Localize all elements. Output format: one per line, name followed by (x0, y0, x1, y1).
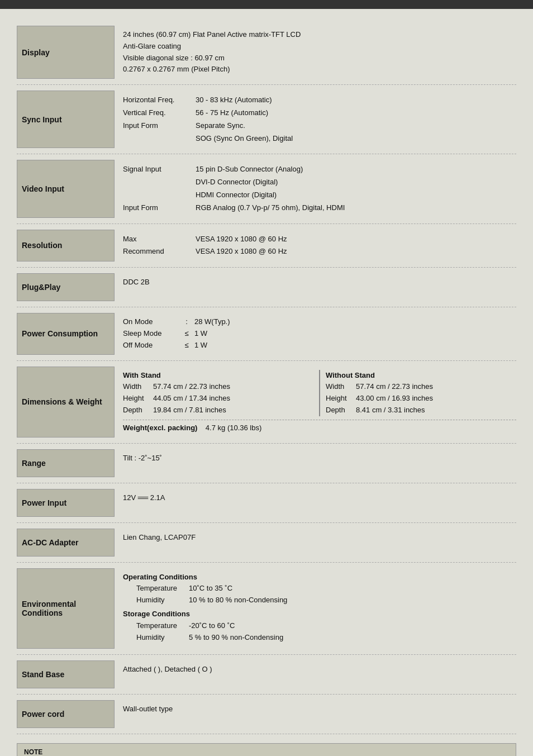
table-row: Signal Input15 pin D-Sub Connector (Anal… (123, 163, 516, 176)
spec-value-video-input: Signal Input15 pin D-Sub Connector (Anal… (123, 160, 516, 217)
spec-label-power-cord: Power cord (17, 700, 115, 728)
spec-value-stand-base: Attached ( ), Detached ( O ) (123, 660, 516, 688)
table-row: Input FormSeparate Sync. (123, 120, 516, 132)
table-row: MaxVESA 1920 x 1080 @ 60 Hz (123, 233, 516, 246)
env-row: Temperature-20˚C to 60 ˚C (136, 620, 516, 632)
spec-label-power-consumption: Power Consumption (17, 313, 115, 354)
spec-row-resolution: ResolutionMaxVESA 1920 x 1080 @ 60 HzRec… (17, 224, 516, 268)
with-stand-col: With StandWidth57.74 cm / 22.73 inchesHe… (123, 370, 313, 416)
spec-label-plug-play: Plug&Play (17, 273, 115, 301)
spec-row-dimensions-weight: Dimensions & WeightWith StandWidth57.74 … (17, 361, 516, 444)
note-box: NOTE ■Information in this document is su… (17, 743, 516, 756)
page-header (0, 0, 533, 9)
env-row: Humidity5 % to 90 % non-Condensing (136, 632, 516, 644)
spec-line: Attached ( ), Detached ( O ) (123, 664, 516, 676)
spec-row-video-input: Video InputSignal Input15 pin D-Sub Conn… (17, 154, 516, 224)
spec-row-plug-play: Plug&PlayDDC 2B (17, 268, 516, 307)
table-row: RecommendVESA 1920 x 1080 @ 60 Hz (123, 245, 516, 258)
spec-label-sync-input: Sync Input (17, 91, 115, 148)
spec-line: Wall-outlet type (123, 703, 516, 715)
dim-row: Height43.00 cm / 16.93 inches (326, 393, 516, 405)
spec-value-power-cord: Wall-outlet type (123, 700, 516, 728)
spec-value-power-consumption: On Mode:28 W(Typ.)Sleep Mode≤1 WOff Mode… (123, 313, 516, 354)
spec-line: Anti-Glare coating (123, 41, 516, 53)
env-row: Humidity10 % to 80 % non-Condensing (136, 595, 516, 606)
power-row: On Mode:28 W(Typ.) (123, 316, 516, 328)
power-row: Off Mode≤1 W (123, 340, 516, 351)
env-row: Temperature10˚C to 35 ˚C (136, 583, 516, 595)
spec-line: 24 inches (60.97 cm) Flat Panel Active m… (123, 29, 516, 41)
spec-value-dimensions-weight: With StandWidth57.74 cm / 22.73 inchesHe… (123, 367, 516, 438)
spec-line: Tilt : -2˚~15˚ (123, 453, 516, 464)
spec-line: Visible diagonal size : 60.97 cm (123, 53, 516, 64)
spec-label-dimensions-weight: Dimensions & Weight (17, 367, 115, 438)
table-row: DVI-D Connector (Digital) (123, 176, 516, 189)
spec-row-display: Display24 inches (60.97 cm) Flat Panel A… (17, 20, 516, 85)
table-row: HDMI Connector (Digital) (123, 189, 516, 202)
spec-value-power-input: 12V ══ 2.1A (123, 489, 516, 517)
spec-row-range: RangeTilt : -2˚~15˚ (17, 444, 516, 483)
weight-line: Weight(excl. packing) 4.7 kg (10.36 lbs) (123, 420, 516, 434)
spec-value-sync-input: Horizontal Freq.30 - 83 kHz (Automatic)V… (123, 91, 516, 148)
spec-row-power-input: Power Input12V ══ 2.1A (17, 483, 516, 523)
spec-row-power-consumption: Power ConsumptionOn Mode:28 W(Typ.)Sleep… (17, 307, 516, 360)
dim-row: Height44.05 cm / 17.34 inches (123, 393, 313, 405)
table-row: Horizontal Freq.30 - 83 kHz (Automatic) (123, 94, 516, 107)
spec-row-environmental: Environmental ConditionsOperating Condit… (17, 563, 516, 655)
divider (319, 370, 320, 416)
spec-value-environmental: Operating ConditionsTemperature10˚C to 3… (123, 568, 516, 649)
spec-label-display: Display (17, 26, 115, 79)
spec-label-power-input: Power Input (17, 489, 115, 517)
operating-conditions: Operating ConditionsTemperature10˚C to 3… (123, 572, 516, 606)
spec-line: DDC 2B (123, 277, 516, 288)
note-title: NOTE (24, 748, 509, 756)
storage-conditions: Storage ConditionsTemperature-20˚C to 60… (123, 608, 516, 643)
spec-line: Lien Chang, LCAP07F (123, 532, 516, 544)
spec-row-stand-base: Stand BaseAttached ( ), Detached ( O ) (17, 655, 516, 695)
spec-row-power-cord: Power cordWall-outlet type (17, 695, 516, 734)
spec-line: 0.2767 x 0.2767 mm (Pixel Pitch) (123, 64, 516, 75)
spec-label-environmental: Environmental Conditions (17, 568, 115, 649)
dim-row: Width57.74 cm / 22.73 inches (326, 381, 516, 393)
spec-label-range: Range (17, 449, 115, 477)
page-content: Display24 inches (60.97 cm) Flat Panel A… (0, 9, 533, 756)
spec-line: 12V ══ 2.1A (123, 492, 516, 504)
table-row: SOG (Sync On Green), Digital (123, 132, 516, 145)
spec-row-sync-input: Sync InputHorizontal Freq.30 - 83 kHz (A… (17, 85, 516, 154)
table-row: Input FormRGB Analog (0.7 Vp-p/ 75 ohm),… (123, 202, 516, 215)
spec-value-display: 24 inches (60.97 cm) Flat Panel Active m… (123, 26, 516, 79)
dim-row: Width57.74 cm / 22.73 inches (123, 381, 313, 393)
spec-label-video-input: Video Input (17, 160, 115, 217)
spec-label-ac-dc-adapter: AC-DC Adapter (17, 529, 115, 557)
dim-row: Depth19.84 cm / 7.81 inches (123, 405, 313, 416)
spec-label-resolution: Resolution (17, 230, 115, 262)
dim-row: Depth8.41 cm / 3.31 inches (326, 405, 516, 416)
table-row: Vertical Freq.56 - 75 Hz (Automatic) (123, 107, 516, 120)
spec-value-plug-play: DDC 2B (123, 273, 516, 301)
without-stand-col: Without StandWidth57.74 cm / 22.73 inche… (326, 370, 516, 416)
spec-value-resolution: MaxVESA 1920 x 1080 @ 60 HzRecommendVESA… (123, 230, 516, 262)
dimensions-table: With StandWidth57.74 cm / 22.73 inchesHe… (123, 370, 516, 416)
power-row: Sleep Mode≤1 W (123, 328, 516, 340)
spec-row-ac-dc-adapter: AC-DC AdapterLien Chang, LCAP07F (17, 523, 516, 563)
spec-value-ac-dc-adapter: Lien Chang, LCAP07F (123, 529, 516, 557)
spec-label-stand-base: Stand Base (17, 660, 115, 688)
spec-value-range: Tilt : -2˚~15˚ (123, 449, 516, 477)
